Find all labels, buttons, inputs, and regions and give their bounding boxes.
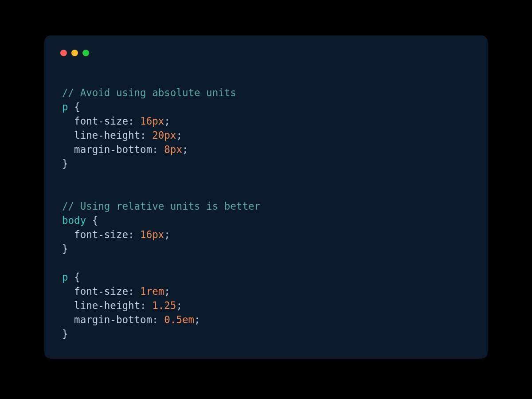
property: line-height xyxy=(74,129,140,141)
indent xyxy=(62,286,74,297)
space xyxy=(158,314,164,325)
semicolon: ; xyxy=(194,314,200,325)
colon: : xyxy=(128,286,134,297)
colon: : xyxy=(140,129,146,141)
value: 20px xyxy=(152,129,176,141)
indent xyxy=(62,229,74,240)
brace-open: { xyxy=(68,101,80,113)
semicolon: ; xyxy=(176,129,182,141)
semicolon: ; xyxy=(164,229,170,240)
value: 16px xyxy=(140,229,164,240)
property: font-size xyxy=(74,115,128,127)
space xyxy=(134,229,141,240)
value: 0.5em xyxy=(164,314,194,325)
selector: body xyxy=(62,215,86,226)
property: font-size xyxy=(74,286,128,297)
code-block: // Avoid using absolute units p { font-s… xyxy=(62,71,470,341)
value: 1.25 xyxy=(152,300,176,311)
colon: : xyxy=(140,300,146,311)
brace-close: } xyxy=(62,243,68,254)
indent xyxy=(62,115,74,127)
selector: p xyxy=(62,101,68,113)
indent xyxy=(62,129,74,141)
colon: : xyxy=(152,314,158,325)
semicolon: ; xyxy=(164,115,170,127)
property: font-size xyxy=(74,229,128,240)
value: 8px xyxy=(164,144,182,155)
property: margin-bottom xyxy=(74,144,152,155)
space xyxy=(146,300,153,311)
selector: p xyxy=(62,271,68,283)
indent xyxy=(62,144,74,155)
space xyxy=(146,129,153,141)
brace-open: { xyxy=(68,271,80,283)
space xyxy=(134,286,141,297)
brace-close: } xyxy=(62,158,68,169)
colon: : xyxy=(152,144,158,155)
semicolon: ; xyxy=(182,144,188,155)
window-traffic-lights xyxy=(60,50,470,56)
space xyxy=(134,115,141,127)
space xyxy=(158,144,164,155)
semicolon: ; xyxy=(164,286,170,297)
property: line-height xyxy=(74,300,140,311)
comment-line: // Using relative units is better xyxy=(62,200,260,212)
semicolon: ; xyxy=(176,300,182,311)
indent xyxy=(62,300,74,311)
indent xyxy=(62,314,74,325)
close-icon[interactable] xyxy=(60,50,67,56)
property: margin-bottom xyxy=(74,314,152,325)
minimize-icon[interactable] xyxy=(71,50,78,56)
maximize-icon[interactable] xyxy=(82,50,89,56)
value: 16px xyxy=(140,115,164,127)
value: 1rem xyxy=(140,286,164,297)
brace-open: { xyxy=(86,215,98,226)
code-window: // Avoid using absolute units p { font-s… xyxy=(44,35,488,359)
comment-line: // Avoid using absolute units xyxy=(62,87,236,98)
colon: : xyxy=(128,229,134,240)
brace-close: } xyxy=(62,328,68,340)
colon: : xyxy=(128,115,134,127)
